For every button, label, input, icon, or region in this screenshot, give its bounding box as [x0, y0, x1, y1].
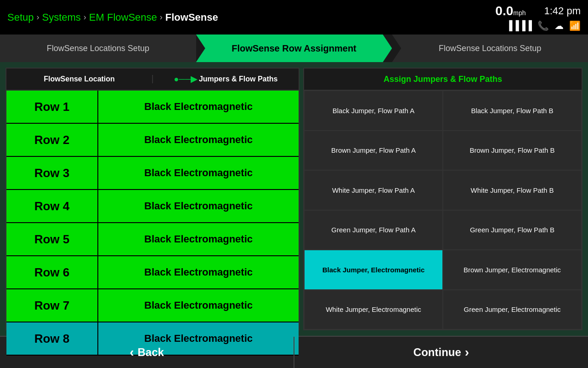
continue-button[interactable]: Continue ›	[294, 337, 588, 368]
breadcrumb-current: FlowSense	[165, 12, 218, 23]
row-label: Row 1	[6, 91, 98, 123]
table-header: FlowSense Location ●──▶ Jumpers & Flow P…	[6, 69, 299, 91]
table-row[interactable]: Row 2 Black Electromagnetic	[6, 124, 299, 157]
row-value: Black Electromagnetic	[98, 289, 299, 322]
row-label: Row 6	[6, 256, 98, 288]
jumper-option[interactable]: Black Jumper, Flow Path A	[304, 91, 443, 131]
row-value: Black Electromagnetic	[98, 157, 299, 189]
jumper-option[interactable]: White Jumper, Flow Path B	[443, 170, 582, 210]
row-value: Black Electromagnetic	[98, 256, 299, 288]
breadcrumb: Setup › Systems › EM FlowSense › FlowSen…	[7, 12, 218, 23]
tab-flowsense-locations-1[interactable]: FlowSense Locations Setup	[0, 34, 196, 62]
top-bar: Setup › Systems › EM FlowSense › FlowSen…	[0, 0, 588, 34]
rows-container: Row 1 Black Electromagnetic Row 2 Black …	[6, 91, 299, 356]
breadcrumb-em-flowsense[interactable]: EM FlowSense	[89, 12, 157, 23]
col1-header: FlowSense Location	[6, 75, 153, 83]
row-label: Row 3	[6, 157, 98, 189]
table-row[interactable]: Row 5 Black Electromagnetic	[6, 223, 299, 256]
row-value: Black Electromagnetic	[98, 190, 299, 222]
tab-flowsense-locations-2[interactable]: FlowSense Locations Setup	[392, 34, 588, 62]
table-row[interactable]: Row 1 Black Electromagnetic	[6, 91, 299, 124]
breadcrumb-setup[interactable]: Setup	[7, 12, 34, 23]
jumper-option[interactable]: White Jumper, Flow Path A	[304, 170, 443, 210]
speed-time-display: 0.0mph 1:42 pm	[495, 4, 581, 18]
row-label: Row 4	[6, 190, 98, 222]
bottom-bar: ‹ Back Continue ›	[0, 336, 588, 368]
table-row[interactable]: Row 4 Black Electromagnetic	[6, 190, 299, 223]
row-label: Row 5	[6, 223, 98, 255]
flow-arrow-icon: ●──▶	[174, 74, 197, 84]
status-area: 0.0mph 1:42 pm ▐▐▐▐ 📞 ☁ 📶	[495, 4, 581, 31]
back-button[interactable]: ‹ Back	[0, 337, 294, 368]
main-content: FlowSense Location ●──▶ Jumpers & Flow P…	[0, 62, 588, 336]
sep2: ›	[84, 12, 86, 22]
tab-flowsense-row-assignment[interactable]: FlowSense Row Assignment	[196, 34, 392, 62]
jumper-grid: Black Jumper, Flow Path ABlack Jumper, F…	[304, 91, 582, 329]
jumper-option[interactable]: Brown Jumper, Electromagnetic	[443, 250, 582, 290]
row-value: Black Electromagnetic	[98, 124, 299, 156]
speed-unit: mph	[513, 9, 526, 17]
left-panel: FlowSense Location ●──▶ Jumpers & Flow P…	[6, 68, 300, 330]
row-value: Black Electromagnetic	[98, 91, 299, 123]
sep1: ›	[37, 12, 40, 22]
sep3: ›	[160, 12, 163, 22]
jumper-option[interactable]: Green Jumper, Flow Path A	[304, 210, 443, 250]
row-label: Row 2	[6, 124, 98, 156]
phone-icon: 📞	[537, 20, 549, 31]
table-row[interactable]: Row 3 Black Electromagnetic	[6, 157, 299, 190]
breadcrumb-systems[interactable]: Systems	[42, 12, 81, 23]
jumper-option[interactable]: Brown Jumper, Flow Path A	[304, 131, 443, 171]
jumper-option[interactable]: Black Jumper, Electromagnetic	[304, 250, 443, 290]
cloud-icon: ☁	[554, 20, 564, 31]
row-label: Row 7	[6, 289, 98, 322]
row-value: Black Electromagnetic	[98, 223, 299, 255]
jumper-option[interactable]: White Jumper, Electromagnetic	[304, 290, 443, 330]
jumper-option[interactable]: Green Jumper, Flow Path B	[443, 210, 582, 250]
speed-display: 0.0mph	[495, 4, 526, 18]
table-row[interactable]: Row 7 Black Electromagnetic	[6, 289, 299, 322]
right-panel: Assign Jumpers & Flow Paths Black Jumper…	[303, 68, 582, 330]
back-arrow-icon: ‹	[130, 345, 134, 360]
right-panel-header: Assign Jumpers & Flow Paths	[304, 69, 582, 91]
status-icons: ▐▐▐▐ 📞 ☁ 📶	[506, 20, 581, 31]
jumper-option[interactable]: Brown Jumper, Flow Path B	[443, 131, 582, 171]
col2-header: ●──▶ Jumpers & Flow Paths	[153, 74, 299, 84]
jumper-option[interactable]: Black Jumper, Flow Path B	[443, 91, 582, 131]
time-display: 1:42 pm	[544, 5, 581, 17]
jumper-option[interactable]: Green Jumper, Electromagnetic	[443, 290, 582, 330]
signal-icon: ▐▐▐▐	[506, 20, 532, 31]
wifi-icon: 📶	[569, 20, 581, 31]
tab-bar: FlowSense Locations Setup FlowSense Row …	[0, 34, 588, 62]
continue-arrow-icon: ›	[465, 345, 469, 360]
table-row[interactable]: Row 6 Black Electromagnetic	[6, 256, 299, 289]
